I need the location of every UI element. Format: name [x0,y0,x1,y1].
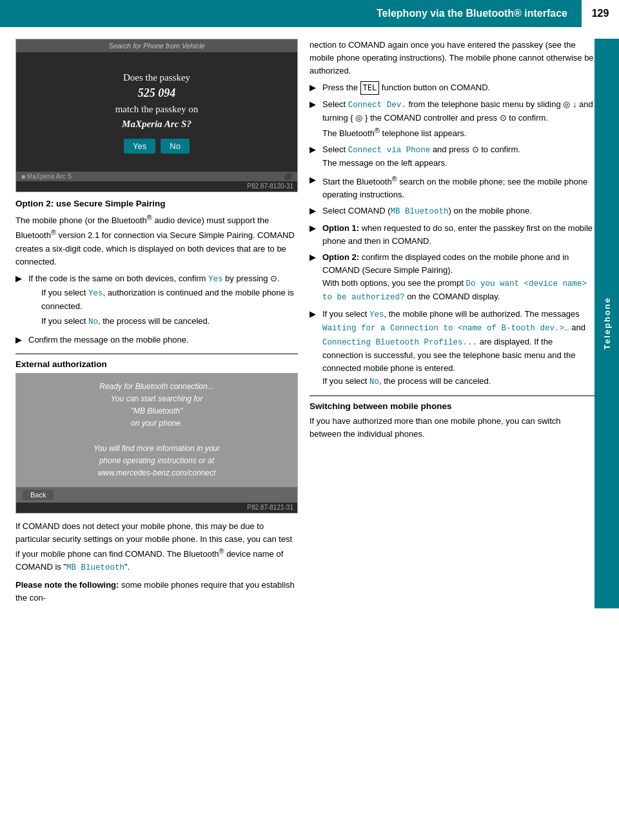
waiting-msg: Waiting for a Connection to <name of B-t… [322,324,569,333]
bullet-option1: ▶ Option 1: when requested to do so, ent… [310,222,594,248]
prompt-code: Do you want <device name> to be authoriz… [322,279,587,302]
bt-list-appears: The Bluetooth® telephone list appears. [322,128,466,138]
section1-body: The mobile phone (or the Bluetooth® audi… [15,212,298,268]
no-inline: No [88,317,98,326]
switching-divider [310,395,594,396]
r-arrow-3: ▶ [310,143,320,156]
yes-inline: Yes [88,289,103,298]
option2-bold: Option 2: [322,252,359,262]
screen-title-bar: Search for Phone from Vehicle [16,39,297,52]
header-title: Telephony via the Bluetooth® interface [377,8,567,19]
r-content-2: Select Connect Dev. from the telephone b… [322,98,594,140]
connect-via-phone-code: Connect via Phone [348,146,431,155]
screenshot-ext-auth: Ready for Bluetooth connection... You ca… [15,373,298,514]
divider-ext [15,354,298,354]
section2-body: If COMAND does not detect your mobile ph… [15,520,298,575]
msg-left-appears: The message on the left appears. [322,158,447,168]
both-options-note: With both options, you see the prompt Do… [322,278,587,301]
tel-box: TEL [360,81,380,95]
r-content-7: Option 2: confirm the displayed codes on… [322,251,594,305]
bullet-select-connect-dev: ▶ Select Connect Dev. from the telephone… [310,98,594,140]
continuation-text: nection to COMAND again once you have en… [310,39,594,77]
screen-passkey-text: Does the passkey 525 094 match the passk… [115,70,199,132]
page-number: 129 [580,0,619,27]
ext-screenshot: Ready for Bluetooth connection... You ca… [16,374,297,503]
r-content-3: Select Connect via Phone and press ⊙ to … [322,143,594,170]
ext-text: Ready for Bluetooth connection... You ca… [93,381,220,480]
note-bold: Please note the following: [15,580,119,590]
r-arrow-5: ▶ [310,205,320,217]
confirm-symbol: ⊙ [270,274,277,283]
sidebar-telephone: Telephone [594,39,619,608]
screen-bottom-bar: ■ MaXperia Arc S ⬛ [16,172,297,181]
ext-auth-heading: External authorization [15,359,298,369]
bullet-content-1: If the code is the same on both devices,… [28,272,298,330]
no-code-r: No [369,377,379,386]
ext-content: Ready for Bluetooth connection... You ca… [16,374,297,487]
bullet-select-comand: ▶ Select COMAND (MB Bluetooth) on the mo… [310,205,594,218]
switching-heading: Switching between mobile phones [310,401,594,411]
passkey-number: 525 094 [138,86,176,99]
bullet-arrow-2: ▶ [15,334,26,346]
section1-heading: Option 2: use Secure Simple Pairing [15,199,298,208]
r-arrow-8: ▶ [310,308,320,321]
r-arrow-2: ▶ [310,98,320,111]
please-note: Please note the following: some mobile p… [15,579,298,605]
screen-buttons: Yes No [124,139,190,154]
yes-code-r: Yes [369,310,384,319]
indent-yes: If you select Yes, authorization is cont… [41,286,298,314]
screenshot1-label: P82.87-8120-31 [16,181,297,192]
connect-dev-code: Connect Dev. [348,101,406,110]
mb-bluetooth-inline: MB Bluetooth [66,563,124,572]
bullet-if-yes: ▶ If you select Yes, the mobile phone wi… [310,308,594,389]
connecting-profiles-msg: Connecting Bluetooth Profiles... [322,338,477,347]
bullet-arrow-1: ▶ [15,272,26,285]
r-content-6: Option 1: when requested to do so, enter… [322,222,594,248]
r-arrow-7: ▶ [310,251,320,264]
bullet-content-2: Confirm the message on the mobile phone. [28,334,298,346]
yes-button[interactable]: Yes [124,139,155,154]
main-layout: Search for Phone from Vehicle Does the p… [0,27,619,620]
right-content: nection to COMAND again once you have en… [310,39,594,608]
bullet-select-connect-phone: ▶ Select Connect via Phone and press ⊙ t… [310,143,594,170]
right-wrapper: nection to COMAND again once you have en… [310,39,619,608]
indent-no: If you select No, the process will be ca… [41,315,298,328]
sidebar-label: Telephone [602,297,612,350]
screenshot2-label: P82.87-8121-31 [16,503,297,513]
device-name: MaXperia Arc S? [122,119,192,129]
device-status: ■ MaXperia Arc S [21,173,72,180]
bullet-code-same: ▶ If the code is the same on both device… [15,272,298,330]
left-column: Search for Phone from Vehicle Does the p… [0,39,310,608]
screenshot-top: Search for Phone from Vehicle Does the p… [16,39,297,181]
screen-content: Does the passkey 525 094 match the passk… [16,52,297,172]
bullet-press-tel: ▶ Press the TEL function button on COMAN… [310,81,594,95]
header-title-bar: Telephony via the Bluetooth® interface [0,0,580,27]
r-content-8: If you select Yes, the mobile phone will… [322,308,594,389]
yes-code: Yes [208,275,223,284]
r-content-5: Select COMAND (MB Bluetooth) on the mobi… [322,205,594,218]
r-content-1: Press the TEL function button on COMAND. [322,81,594,95]
r-arrow-4: ▶ [310,174,320,186]
bullet-start-bt-search: ▶ Start the Bluetooth® search on the mob… [310,174,594,202]
bullet-option2: ▶ Option 2: confirm the displayed codes … [310,251,594,305]
bullet-confirm-msg: ▶ Confirm the message on the mobile phon… [15,334,298,346]
page-header: Telephony via the Bluetooth® interface 1… [0,0,619,27]
screen-icon: ⬛ [284,173,292,180]
no-button[interactable]: No [161,139,190,154]
option1-bold: Option 1: [322,223,359,233]
r-arrow-6: ▶ [310,222,320,235]
switching-body: If you have authorized more than one mob… [310,415,594,441]
screenshot-passkey: Search for Phone from Vehicle Does the p… [15,39,298,192]
r-arrow-1: ▶ [310,81,320,94]
ext-back-bar: Back [16,487,297,503]
mb-bluetooth-code: MB Bluetooth [390,207,448,216]
if-no-note: If you select No, the process will be ca… [322,376,491,386]
back-button[interactable]: Back [23,490,54,500]
r-content-4: Start the Bluetooth® search on the mobil… [322,174,594,202]
